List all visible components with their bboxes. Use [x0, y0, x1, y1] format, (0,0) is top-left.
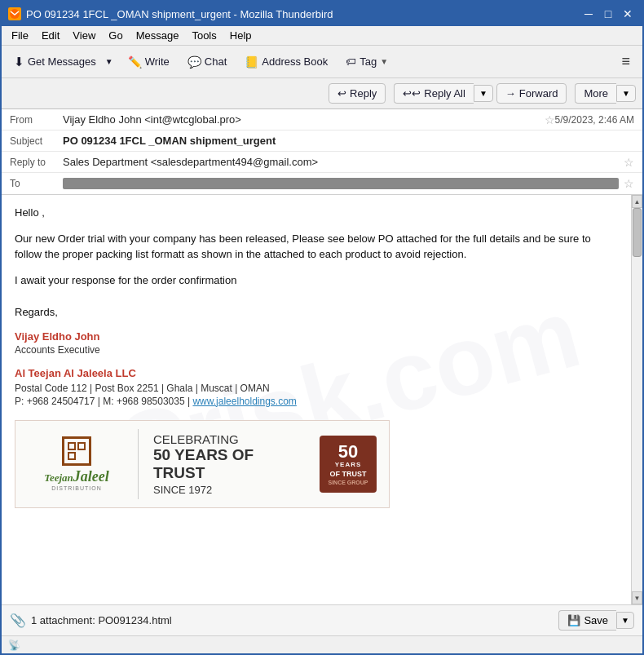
email-paragraph2: I await your response for the order conf…	[15, 272, 618, 289]
write-icon: ✏️	[128, 55, 142, 69]
reply-all-dropdown[interactable]: ▼	[474, 85, 493, 102]
attachment-count: 1 attachment: PO091234.html	[31, 614, 558, 626]
hamburger-menu-button[interactable]: ≡	[615, 49, 636, 74]
badge-50: 50	[338, 443, 358, 461]
chat-icon: 💬	[187, 55, 201, 69]
email-date: 5/9/2023, 2:46 AM	[555, 114, 634, 126]
attachment-icon: 📎	[10, 613, 26, 628]
celebrating-text: CELEBRATING	[153, 432, 309, 446]
scroll-down-button[interactable]: ▼	[632, 591, 642, 604]
save-label: Save	[584, 614, 608, 626]
reply-to-star-icon[interactable]: ☆	[624, 156, 634, 169]
more-button[interactable]: More	[575, 83, 616, 104]
since-text: SINCE 1972	[153, 484, 309, 496]
chat-label: Chat	[205, 55, 227, 68]
anniversary-badge: 50 YEARS OF TRUST SINCE GROUP	[320, 436, 377, 493]
get-messages-dropdown-arrow[interactable]: ▼	[102, 53, 117, 70]
logo-right: 50 YEARS OF TRUST SINCE GROUP	[315, 436, 381, 493]
more-label: More	[584, 87, 608, 100]
menu-file[interactable]: File	[5, 28, 35, 43]
teejan-logo: TeejanJaleel DISTRIBUTION	[44, 436, 109, 491]
from-row: From Vijay Eldho John <int@wtcglobal.pro…	[2, 109, 642, 131]
email-body: PCrisk.com Hello , Our new Order trial w…	[2, 195, 631, 604]
menu-message[interactable]: Message	[130, 28, 186, 43]
reply-all-group: ↩↩ Reply All ▼	[394, 83, 492, 104]
get-messages-group: ⬇ Get Messages ▼	[8, 51, 117, 73]
distribution-text: DISTRIBUTION	[51, 485, 101, 491]
address-book-icon: 📒	[245, 55, 258, 69]
title-bar: PO 091234 1FCL _OMAN shipment_urgent - M…	[2, 2, 642, 26]
more-dropdown[interactable]: ▼	[616, 85, 636, 102]
main-window: PO 091234 1FCL _OMAN shipment_urgent - M…	[0, 0, 644, 655]
reply-button[interactable]: ↩ Reply	[329, 83, 386, 104]
action-bar: ↩ Reply ↩↩ Reply All ▼ → Forward More ▼	[2, 78, 642, 109]
to-row: To ☆	[2, 173, 642, 194]
reply-all-icon: ↩↩	[403, 87, 421, 100]
main-toolbar: ⬇ Get Messages ▼ ✏️ Write 💬 Chat 📒 Addre…	[2, 46, 642, 78]
email-paragraph1: Our new Order trial with your company ha…	[15, 231, 618, 263]
to-star-icon[interactable]: ☆	[624, 177, 634, 190]
get-messages-button[interactable]: ⬇ Get Messages	[8, 51, 102, 73]
svg-rect-3	[68, 453, 75, 459]
from-label: From	[10, 114, 63, 126]
svg-rect-1	[68, 443, 75, 449]
more-group: More ▼	[575, 83, 636, 104]
email-scroll-area: PCrisk.com Hello , Our new Order trial w…	[2, 195, 642, 604]
forward-button[interactable]: → Forward	[496, 83, 567, 104]
logo-divider	[138, 429, 139, 499]
company-phone: P: +968 24504717 | M: +968 98503035 | ww…	[15, 396, 618, 407]
sender-title: Accounts Executive	[15, 344, 618, 356]
menu-go[interactable]: Go	[102, 28, 129, 43]
sender-name: Vijay Eldho John	[15, 330, 618, 343]
save-icon: 💾	[567, 614, 580, 626]
badge-of-trust: OF TRUST	[330, 470, 367, 478]
email-regards: Regards,	[15, 304, 618, 321]
logo-icon-box	[62, 436, 91, 466]
scroll-thumb-area	[632, 208, 642, 591]
get-messages-label: Get Messages	[28, 55, 96, 68]
logo-middle: CELEBRATING 50 YEARS OF TRUST SINCE 1972	[147, 429, 315, 499]
forward-label: Forward	[519, 87, 558, 100]
scroll-up-button[interactable]: ▲	[632, 195, 642, 208]
menu-edit[interactable]: Edit	[35, 28, 66, 43]
save-dropdown-button[interactable]: ▼	[616, 612, 634, 629]
minimize-button[interactable]: ─	[580, 6, 597, 22]
from-star-icon[interactable]: ☆	[545, 113, 555, 126]
to-label: To	[10, 178, 63, 189]
badge-bottom: SINCE GROUP	[328, 480, 368, 485]
scroll-track: ▲ ▼	[631, 195, 642, 604]
window-controls: ─ □ ✕	[580, 6, 636, 22]
address-book-button[interactable]: 📒 Address Book	[237, 51, 335, 73]
address-book-label: Address Book	[262, 55, 328, 68]
menu-bar: File Edit View Go Message Tools Help	[2, 26, 642, 46]
maximize-button[interactable]: □	[600, 6, 616, 22]
reply-to-row: Reply to Sales Department <salesdepartme…	[2, 152, 642, 173]
menu-help[interactable]: Help	[223, 28, 258, 43]
reply-all-label: Reply All	[424, 87, 465, 100]
write-button[interactable]: ✏️ Write	[121, 51, 177, 73]
forward-icon: →	[505, 87, 516, 100]
reply-all-button[interactable]: ↩↩ Reply All	[394, 83, 474, 104]
to-value	[63, 178, 619, 189]
scroll-thumb[interactable]	[633, 208, 642, 257]
menu-view[interactable]: View	[66, 28, 102, 43]
chat-button[interactable]: 💬 Chat	[180, 51, 234, 73]
company-website-link[interactable]: www.jaleelholdings.com	[192, 396, 296, 407]
subject-label: Subject	[10, 135, 63, 147]
teejan-logo-left: TeejanJaleel DISTRIBUTION	[24, 432, 130, 496]
close-button[interactable]: ✕	[620, 6, 636, 22]
window-title: PO 091234 1FCL _OMAN shipment_urgent - M…	[26, 8, 580, 20]
svg-point-0	[10, 9, 20, 19]
tag-button[interactable]: 🏷 Tag ▼	[338, 51, 395, 72]
signature-logo: TeejanJaleel DISTRIBUTION CELEBRATING 50…	[15, 420, 390, 508]
subject-value: PO 091234 1FCL _OMAN shipment_urgent	[63, 135, 634, 147]
save-button-group: 💾 Save ▼	[558, 610, 634, 631]
company-name: Al Teejan Al Jaleela LLC	[15, 367, 618, 379]
company-phone-text: P: +968 24504717 | M: +968 98503035 |	[15, 396, 190, 407]
email-header: From Vijay Eldho John <int@wtcglobal.pro…	[2, 109, 642, 195]
email-content: Hello , Our new Order trial with your co…	[15, 205, 618, 508]
tag-icon: 🏷	[346, 55, 356, 68]
fifty-years-text: 50 YEARS OF TRUST	[153, 446, 309, 482]
menu-tools[interactable]: Tools	[185, 28, 223, 43]
save-button[interactable]: 💾 Save	[558, 610, 616, 631]
